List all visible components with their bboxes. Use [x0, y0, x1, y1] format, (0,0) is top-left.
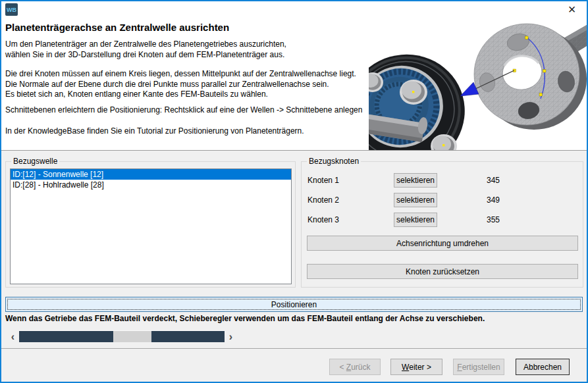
cancel-label: Abbrechen	[523, 363, 562, 372]
close-icon: ×	[568, 3, 576, 16]
knoten3-select-button[interactable]: selektieren	[394, 213, 437, 227]
page-title: Planetenträgerachse an Zentralwelle ausr…	[5, 22, 229, 33]
groupbox-bezugsknoten: Bezugsknoten Knoten 1 selektieren 345 Kn…	[301, 161, 583, 288]
groupbox-bezugsknoten-label: Bezugsknoten	[307, 157, 361, 166]
groupbox-bezugswelle: Bezugswelle ID:[12] - Sonnenwelle [12] I…	[5, 161, 296, 288]
shaft-list-item-hohlradwelle[interactable]: ID:[28] - Hohlradwelle [28]	[11, 180, 291, 190]
close-button[interactable]: ×	[557, 1, 587, 18]
dialog-window: WB × Planetenträgerachse an Zentralwelle…	[0, 0, 588, 383]
next-button[interactable]: Weiter >	[390, 359, 442, 375]
flip-axis-button[interactable]: Achsenrichtung umdrehen	[307, 236, 578, 251]
knoten1-label: Knoten 1	[307, 176, 339, 186]
position-button[interactable]: Positionieren	[5, 297, 583, 312]
slider-right-arrow-icon[interactable]: ›	[225, 330, 237, 344]
intro-paragraph: Um den Planetenträger an der Zentralwell…	[5, 39, 286, 60]
knoten2-select-button[interactable]: selektieren	[394, 193, 437, 207]
finish-label: Fertigstellen	[457, 363, 500, 372]
knoten3-value: 355	[487, 215, 500, 225]
back-label: Zurück	[346, 363, 371, 372]
groupbox-bezugswelle-label: Bezugswelle	[11, 157, 59, 166]
slider-hint-text: Wenn das Getriebe das FEM-Bauteil verdec…	[5, 314, 485, 323]
finish-button[interactable]: Fertigstellen	[453, 359, 504, 375]
cancel-button[interactable]: Abbrechen	[516, 359, 570, 375]
shaft-list-item-sonnenwelle[interactable]: ID:[12] - Sonnenwelle [12]	[11, 169, 291, 180]
knoten2-value: 349	[487, 195, 500, 205]
slider-left-arrow-icon[interactable]: ‹	[7, 330, 19, 344]
next-suffix: >	[425, 363, 431, 372]
fem-offset-slider[interactable]: ‹ ›	[7, 330, 237, 344]
app-icon-label: WB	[7, 7, 16, 13]
back-button[interactable]: < Zurück	[329, 359, 381, 375]
gear-3d-preview-image	[369, 18, 587, 150]
titlebar: WB ×	[1, 1, 587, 18]
rules-paragraph: Die drei Knoten müssen auf einem Kreis l…	[5, 69, 356, 100]
back-prefix: <	[339, 363, 346, 372]
knoten3-label: Knoten 3	[307, 215, 339, 225]
knoten1-select-button[interactable]: selektieren	[394, 173, 437, 188]
shaft-listbox[interactable]: ID:[12] - Sonnenwelle [12] ID:[28] - Hoh…	[10, 168, 292, 284]
slider-track[interactable]	[19, 330, 225, 342]
next-label: Weiter	[402, 363, 424, 372]
reset-nodes-button[interactable]: Knoten zurücksetzen	[307, 264, 578, 279]
knowledgebase-hint: In der KnowledgeBase finden Sie ein Tuto…	[5, 126, 304, 137]
app-icon: WB	[5, 3, 18, 16]
section-plane-hint: Schnittebenen erleichtern die Positionie…	[5, 105, 362, 116]
slider-thumb[interactable]	[113, 331, 151, 342]
knoten1-value: 345	[487, 176, 500, 186]
knoten2-label: Knoten 2	[307, 195, 339, 205]
